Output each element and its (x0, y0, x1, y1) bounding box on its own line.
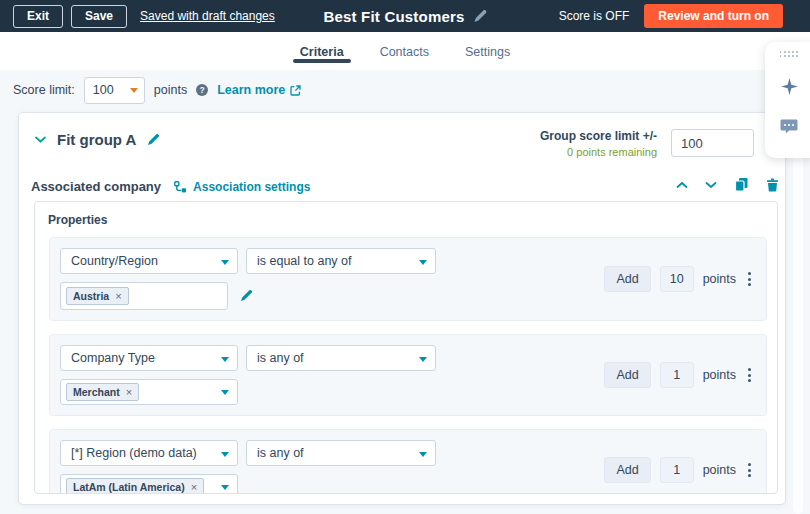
fit-group-card: Fit group A Group score limit +/- 0 poin… (18, 112, 786, 505)
chevron-down-icon (221, 485, 229, 490)
move-up-chevron-icon[interactable] (676, 181, 688, 189)
points-value-input[interactable]: 1 (660, 457, 694, 483)
tab-settings[interactable]: Settings (465, 32, 510, 70)
edit-title-pencil-icon[interactable] (474, 10, 487, 23)
property-row-region: [*] Region (demo data) is any of LatAm (… (49, 429, 767, 494)
edit-group-pencil-icon[interactable] (147, 134, 159, 146)
chevron-down-icon (221, 452, 229, 457)
property-select-value: [*] Region (demo data) (71, 446, 197, 460)
copilot-sparkle-icon[interactable] (781, 78, 798, 99)
association-settings-link[interactable]: Association settings (174, 180, 310, 194)
value-multiselect[interactable]: LatAm (Latin America) × (60, 474, 238, 494)
points-remaining-text: 0 points remaining (540, 146, 657, 158)
add-points-button[interactable]: Add (604, 266, 650, 292)
clone-group-icon[interactable] (734, 177, 749, 192)
properties-container: Properties Country/Region is equal to an… (34, 201, 778, 494)
group-score-limit-block: Group score limit +/- 0 points remaining (540, 129, 657, 158)
property-row-country: Country/Region is equal to any of Austri… (49, 237, 767, 321)
association-icon (174, 181, 187, 193)
score-limit-select[interactable]: 100 (84, 77, 145, 104)
operator-select-value: is any of (257, 351, 304, 365)
property-select[interactable]: Country/Region (60, 248, 238, 274)
group-header: Fit group A (35, 131, 159, 148)
tab-contacts[interactable]: Contacts (380, 32, 429, 70)
value-tag-label: Austria (73, 290, 109, 302)
operator-select[interactable]: is any of (246, 345, 436, 371)
chevron-down-icon (419, 452, 427, 457)
external-link-icon (290, 85, 301, 96)
floating-tool-panel (765, 42, 810, 158)
points-label: points (703, 368, 736, 382)
property-select-value: Country/Region (71, 254, 158, 268)
value-tag[interactable]: Austria × (66, 287, 129, 305)
chevron-down-icon (419, 260, 427, 265)
value-multiselect[interactable]: Merchant × (60, 379, 238, 405)
save-button[interactable]: Save (71, 5, 127, 28)
draft-status-link[interactable]: Saved with draft changes (140, 9, 275, 23)
chevron-down-icon (221, 390, 229, 395)
tab-criteria[interactable]: Criteria (300, 32, 344, 70)
points-value-input[interactable]: 1 (660, 362, 694, 388)
remove-tag-icon[interactable]: × (115, 290, 121, 302)
chevron-down-icon (130, 88, 138, 93)
points-label: points (703, 272, 736, 286)
score-limit-bar: Score limit: 100 points ? Learn more (13, 70, 301, 110)
operator-select-value: is any of (257, 446, 304, 460)
remove-tag-icon[interactable]: × (191, 481, 197, 493)
operator-select-value: is equal to any of (257, 254, 352, 268)
score-limit-value: 100 (93, 83, 114, 97)
row-options-kebab[interactable] (745, 269, 754, 289)
group-name: Fit group A (57, 131, 136, 148)
value-tag[interactable]: Merchant × (66, 383, 139, 401)
delete-group-trash-icon[interactable] (766, 178, 779, 192)
chevron-down-icon (221, 357, 229, 362)
value-tag-label: Merchant (73, 386, 120, 398)
page-title: Best Fit Customers (323, 8, 464, 25)
collapse-chevron-icon[interactable] (35, 136, 46, 143)
info-icon[interactable]: ? (196, 84, 208, 96)
remove-tag-icon[interactable]: × (126, 386, 132, 398)
learn-more-link[interactable]: Learn more (217, 83, 301, 97)
property-select-value: Company Type (71, 351, 155, 365)
operator-select[interactable]: is equal to any of (246, 248, 436, 274)
comments-icon[interactable] (780, 119, 798, 139)
chevron-down-icon (221, 260, 229, 265)
property-select[interactable]: [*] Region (demo data) (60, 440, 238, 466)
drag-handle-icon[interactable] (780, 51, 799, 57)
review-turn-on-button[interactable]: Review and turn on (644, 4, 783, 28)
row-options-kebab[interactable] (745, 365, 754, 385)
edit-value-pencil-icon[interactable] (240, 290, 252, 302)
chevron-down-icon (419, 357, 427, 362)
points-label: points (703, 463, 736, 477)
topbar-right: Score is OFF Review and turn on (559, 0, 783, 32)
group-score-limit-label: Group score limit +/- (540, 129, 657, 143)
move-down-chevron-icon[interactable] (705, 181, 717, 189)
exit-button[interactable]: Exit (13, 5, 63, 28)
tab-bar: Criteria Contacts Settings (0, 32, 810, 70)
row-options-kebab[interactable] (745, 460, 754, 480)
add-points-button[interactable]: Add (604, 457, 650, 483)
association-row: Associated company Association settings (31, 179, 310, 194)
operator-select[interactable]: is any of (246, 440, 436, 466)
property-row-company-type: Company Type is any of Merchant × (49, 334, 767, 416)
properties-label: Properties (48, 213, 777, 227)
score-limit-points-label: points (154, 83, 187, 97)
top-bar: Exit Save Saved with draft changes Best … (0, 0, 810, 32)
group-toolbar (676, 177, 779, 192)
value-tag-label: LatAm (Latin America) (73, 481, 185, 493)
points-value-input[interactable]: 10 (660, 266, 694, 292)
page-title-wrap: Best Fit Customers (323, 8, 486, 25)
value-input[interactable]: Austria × (60, 282, 228, 310)
add-points-button[interactable]: Add (604, 362, 650, 388)
property-select[interactable]: Company Type (60, 345, 238, 371)
value-tag[interactable]: LatAm (Latin America) × (66, 478, 204, 494)
score-editor-page: Exit Save Saved with draft changes Best … (0, 0, 810, 514)
score-status-text: Score is OFF (559, 9, 630, 23)
association-settings-label: Association settings (193, 180, 310, 194)
group-score-limit-input[interactable] (671, 129, 754, 157)
score-limit-label: Score limit: (13, 83, 75, 97)
learn-more-label: Learn more (217, 83, 285, 97)
associated-company-label: Associated company (31, 179, 161, 194)
